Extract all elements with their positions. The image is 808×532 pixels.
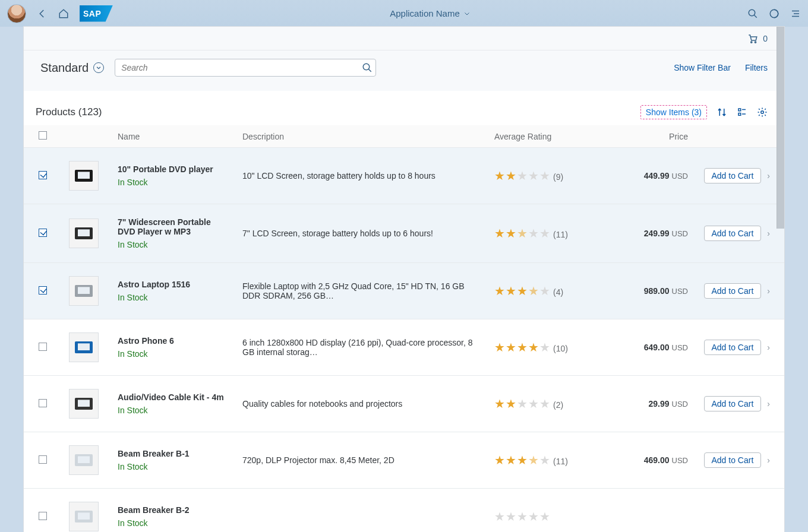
product-rating: ★★★★★(10) <box>487 319 618 376</box>
star-icon: ★ <box>494 397 506 410</box>
sap-logo: SAP <box>80 5 113 22</box>
product-image <box>69 502 99 531</box>
star-icon: ★ <box>528 284 539 297</box>
table-row[interactable]: Audio/Video Cable Kit - 4mIn StockQualit… <box>24 376 784 432</box>
star-icon: ★ <box>539 510 551 523</box>
product-rating: ★★★★★ <box>487 489 618 533</box>
filters-link[interactable]: Filters <box>745 63 768 72</box>
star-icon: ★ <box>528 454 539 467</box>
chevron-right-icon[interactable]: › <box>767 399 770 408</box>
star-icon: ★ <box>506 510 517 523</box>
svg-rect-20 <box>78 287 90 294</box>
chevron-right-icon[interactable]: › <box>767 455 770 465</box>
product-rating: ★★★★★(4) <box>487 263 618 319</box>
add-to-cart-button[interactable]: Add to Cart <box>704 283 762 299</box>
table-toolbar: Products (123) Show Items (3) <box>24 91 784 125</box>
svg-rect-12 <box>738 113 741 116</box>
row-checkbox[interactable] <box>39 455 47 464</box>
stock-status: In Stock <box>118 462 228 471</box>
row-checkbox[interactable] <box>39 171 47 179</box>
search-button-icon[interactable] <box>362 62 373 73</box>
product-name: Audio/Video Cable Kit - 4m <box>118 392 228 402</box>
add-to-cart-button[interactable]: Add to Cart <box>704 452 762 468</box>
svg-point-14 <box>761 111 764 114</box>
star-icon: ★ <box>506 169 517 182</box>
app-title[interactable]: Application Name <box>390 8 471 18</box>
cart-icon[interactable] <box>747 33 758 44</box>
product-image <box>69 445 99 475</box>
product-description: Quality cables for notebooks and project… <box>242 399 480 408</box>
star-icon: ★ <box>517 284 528 297</box>
select-all-checkbox[interactable] <box>39 131 47 140</box>
chevron-right-icon[interactable]: › <box>767 343 770 352</box>
show-filter-bar-link[interactable]: Show Filter Bar <box>674 63 731 72</box>
row-checkbox[interactable] <box>39 512 47 520</box>
svg-point-7 <box>755 41 756 42</box>
product-name: Beam Breaker B-1 <box>118 449 228 458</box>
copilot-icon[interactable] <box>769 8 779 19</box>
col-select <box>24 125 57 148</box>
product-description: 720p, DLP Projector max. 8,45 Meter, 2D <box>242 455 480 465</box>
row-checkbox[interactable] <box>39 399 47 407</box>
menu-icon[interactable] <box>790 8 801 19</box>
stock-status: In Stock <box>118 240 228 249</box>
star-icon: ★ <box>539 454 551 467</box>
search-icon[interactable] <box>747 8 758 19</box>
stock-status: In Stock <box>118 178 228 187</box>
page: 0 Standard Show Filter Bar Filters Produ… <box>24 27 784 532</box>
table-row[interactable]: 7" Widescreen Portable DVD Player w MP3I… <box>24 204 784 263</box>
star-icon: ★ <box>494 341 506 354</box>
add-to-cart-button[interactable]: Add to Cart <box>704 340 762 355</box>
search-input[interactable] <box>115 59 376 77</box>
star-icon: ★ <box>528 341 539 354</box>
star-icon: ★ <box>494 454 506 467</box>
group-icon[interactable] <box>737 107 747 118</box>
avatar[interactable] <box>7 4 26 23</box>
rating-count: (10) <box>553 344 568 353</box>
home-icon[interactable] <box>58 8 69 19</box>
star-icon: ★ <box>539 341 551 354</box>
svg-point-6 <box>751 41 752 42</box>
price-value: 989.00 <box>644 286 670 296</box>
row-checkbox[interactable] <box>39 286 47 294</box>
star-icon: ★ <box>517 454 528 467</box>
price-value: 29.99 <box>649 399 670 408</box>
chevron-right-icon[interactable]: › <box>767 171 770 180</box>
svg-line-1 <box>754 15 757 18</box>
cart-count: 0 <box>763 34 768 43</box>
star-icon: ★ <box>506 454 517 467</box>
price-currency: USD <box>672 172 688 180</box>
chevron-right-icon[interactable]: › <box>767 286 770 296</box>
sort-icon[interactable] <box>717 107 727 118</box>
product-description: 10" LCD Screen, storage battery holds up… <box>242 171 480 180</box>
table-row[interactable]: 10" Portable DVD playerIn Stock10" LCD S… <box>24 148 784 204</box>
chevron-right-icon[interactable]: › <box>767 229 770 238</box>
table-row[interactable]: Astro Laptop 1516In StockFlexible Laptop… <box>24 263 784 319</box>
table-row[interactable]: Beam Breaker B-2In Stock★★★★★ <box>24 489 784 533</box>
col-rating: Average Rating <box>487 125 618 148</box>
price-currency: USD <box>672 229 688 238</box>
variant-selector[interactable]: Standard <box>40 61 104 75</box>
star-icon: ★ <box>494 284 506 297</box>
row-checkbox[interactable] <box>39 343 47 351</box>
add-to-cart-button[interactable]: Add to Cart <box>704 168 762 183</box>
settings-icon[interactable] <box>757 107 768 118</box>
col-description: Description <box>235 125 487 148</box>
table-row[interactable]: Astro Phone 6In Stock6 inch 1280x800 HD … <box>24 319 784 376</box>
star-icon: ★ <box>517 341 528 354</box>
product-rating: ★★★★★(11) <box>487 204 618 263</box>
price-value: 249.99 <box>644 229 670 238</box>
chevron-down-icon <box>463 10 471 17</box>
star-icon: ★ <box>528 397 539 410</box>
table-row[interactable]: Beam Breaker B-1In Stock720p, DLP Projec… <box>24 432 784 489</box>
back-icon[interactable] <box>37 8 48 19</box>
product-name: 10" Portable DVD player <box>118 164 228 174</box>
add-to-cart-button[interactable]: Add to Cart <box>704 396 762 411</box>
show-items-button[interactable]: Show Items (3) <box>640 105 707 119</box>
col-action <box>695 125 784 148</box>
stock-status: In Stock <box>118 349 228 359</box>
add-to-cart-button[interactable]: Add to Cart <box>704 226 762 241</box>
row-checkbox[interactable] <box>39 229 47 237</box>
product-rating: ★★★★★(2) <box>487 376 618 432</box>
star-icon: ★ <box>506 284 517 297</box>
